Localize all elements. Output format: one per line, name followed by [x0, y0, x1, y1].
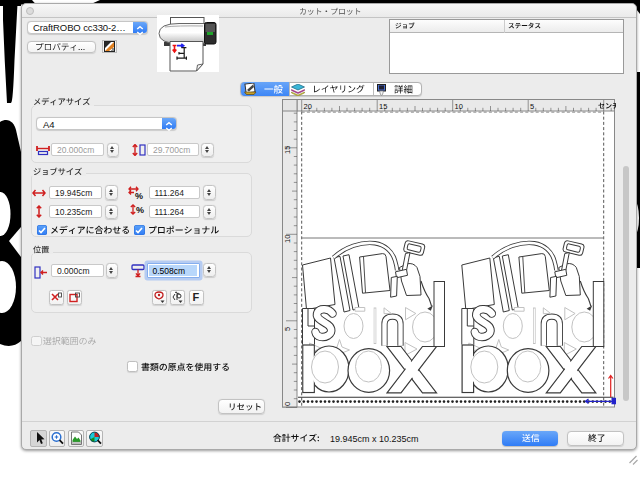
- svg-text:5: 5: [283, 327, 292, 331]
- svg-text:15: 15: [283, 146, 292, 154]
- svg-text:%: %: [135, 191, 143, 199]
- svg-text:20: 20: [304, 102, 312, 111]
- svg-text:10: 10: [455, 102, 463, 111]
- svg-text:%: %: [136, 205, 144, 215]
- svg-text:5: 5: [530, 102, 534, 111]
- svg-text:0: 0: [283, 402, 292, 406]
- svg-text:10: 10: [283, 235, 292, 243]
- svg-text:15: 15: [379, 102, 387, 111]
